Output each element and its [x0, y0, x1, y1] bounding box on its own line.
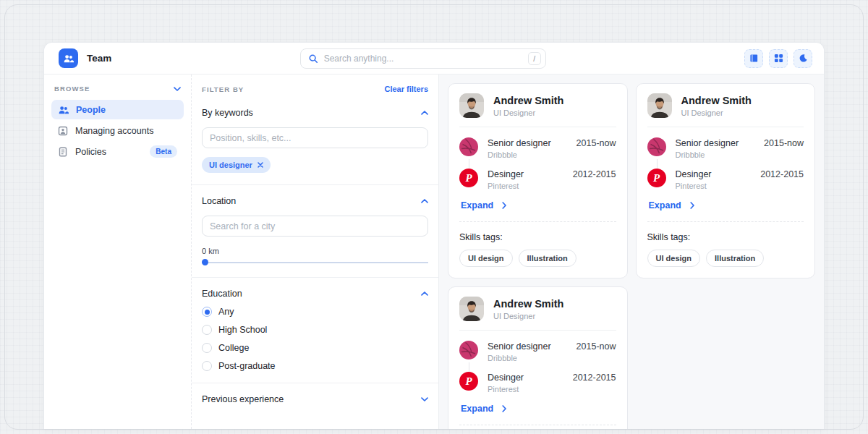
keywords-input[interactable]: [202, 127, 428, 148]
chevron-down-icon[interactable]: [421, 397, 428, 401]
person-name: Andrew Smith: [681, 95, 752, 106]
sidebar-item-managing-accounts[interactable]: Managing accounts: [51, 121, 184, 140]
browse-label: BROWSE: [54, 85, 90, 93]
radio-option-college[interactable]: College: [202, 343, 428, 353]
header-center: /: [111, 48, 744, 69]
app-logo[interactable]: [59, 48, 78, 68]
location-section-header[interactable]: Location: [202, 196, 428, 206]
experience-period: 2012-2015: [573, 373, 616, 383]
avatar: [459, 93, 484, 118]
keyword-tag-ui-designer[interactable]: UI designer: [202, 157, 271, 173]
browse-section-header[interactable]: BROWSE: [51, 83, 184, 100]
person-card[interactable]: Andrew Smith UI Designer: [448, 83, 628, 278]
skills-label: Skills tags:: [647, 232, 804, 242]
experience-period: 2015-now: [764, 138, 804, 148]
radio-selected[interactable]: [202, 307, 212, 317]
experience-company: Pinterest: [488, 182, 563, 190]
dribbble-icon: [459, 137, 478, 156]
sidebar-item-people[interactable]: People: [51, 100, 184, 119]
person-name: Andrew Smith: [493, 298, 563, 310]
radio-option-any[interactable]: Any: [202, 307, 428, 317]
dribbble-icon: [647, 137, 666, 156]
header-actions: [744, 49, 812, 68]
experience-role: Desinger: [488, 373, 563, 383]
previous-experience-section-header[interactable]: Previous experience: [202, 394, 428, 404]
chevron-down-icon[interactable]: [174, 87, 181, 91]
book-icon: [749, 54, 759, 63]
clear-filters-link[interactable]: Clear filters: [384, 85, 428, 93]
experience-period: 2015-now: [576, 138, 616, 148]
radio[interactable]: [202, 343, 212, 353]
expand-button[interactable]: Expand: [461, 404, 616, 414]
distance-slider[interactable]: [202, 259, 428, 265]
person-role: UI Designer: [681, 109, 752, 117]
docs-button[interactable]: [744, 49, 763, 68]
avatar: [459, 297, 484, 321]
sidebar: BROWSE People Managing accounts: [44, 75, 191, 429]
chevron-right-icon: [690, 202, 694, 209]
experience-company: Dribbble: [488, 354, 567, 362]
skill-chip[interactable]: UI design: [647, 250, 701, 267]
person-name: Andrew Smith: [493, 95, 563, 106]
skill-chip[interactable]: UI design: [459, 250, 513, 267]
apps-button[interactable]: [769, 49, 788, 68]
distance-value-label: 0 km: [202, 247, 428, 255]
experience-company: Pinterest: [488, 385, 563, 393]
chevron-up-icon[interactable]: [421, 111, 428, 115]
chevron-up-icon[interactable]: [421, 292, 428, 296]
experience-role: Senior designer: [488, 341, 567, 352]
sidebar-item-label: Managing accounts: [75, 126, 153, 136]
experience-role: Senior designer: [488, 138, 567, 148]
experience-row: P Desinger Pinterest 2012-2015: [459, 372, 616, 393]
radio[interactable]: [202, 325, 212, 335]
header: Team /: [44, 43, 824, 75]
radio-option-high-school[interactable]: High School: [202, 325, 428, 335]
location-label: Location: [202, 196, 236, 206]
pinterest-icon: P: [647, 169, 666, 187]
dark-mode-toggle[interactable]: [793, 49, 812, 68]
filter-header: FILTER BY Clear filters: [202, 85, 428, 93]
radio[interactable]: [202, 361, 212, 371]
slider-thumb[interactable]: [202, 259, 208, 265]
pinterest-icon: P: [459, 372, 478, 391]
filter-by-label: FILTER BY: [202, 85, 244, 93]
search-bar[interactable]: /: [300, 48, 546, 69]
account-badge-icon: [58, 126, 68, 136]
experience-period: 2012-2015: [760, 169, 804, 179]
city-search-input[interactable]: [202, 216, 428, 237]
content-area: BROWSE People Managing accounts: [44, 75, 824, 429]
education-label: Education: [202, 289, 242, 299]
sidebar-item-label: Policies: [75, 147, 106, 157]
search-icon: [308, 54, 318, 64]
distance-slider-group: 0 km: [202, 247, 428, 265]
person-card[interactable]: Andrew Smith UI Designer: [636, 83, 816, 278]
expand-button[interactable]: Expand: [649, 200, 804, 210]
experience-role: Desinger: [676, 169, 752, 179]
experience-row: P Desinger Pinterest 2012-2015: [647, 169, 804, 190]
card-divider: [459, 330, 616, 331]
radio-option-post-graduate[interactable]: Post-graduate: [202, 361, 428, 371]
education-section-header[interactable]: Education: [202, 289, 428, 299]
person-card[interactable]: Andrew Smith UI Designer: [448, 286, 628, 429]
remove-tag-icon[interactable]: [258, 162, 263, 168]
sidebar-item-label: People: [76, 105, 106, 115]
search-shortcut-key: /: [528, 52, 541, 65]
grid-icon: [774, 54, 783, 63]
skill-chip[interactable]: Illustration: [706, 250, 764, 267]
skill-chip[interactable]: Illustration: [519, 250, 576, 267]
beta-badge: Beta: [150, 145, 177, 158]
experience-row: Senior designer Dribbble 2015-now: [647, 137, 804, 159]
keywords-section-header[interactable]: By keywords: [202, 108, 428, 118]
experience-row: P Desinger Pinterest 2012-2015: [459, 169, 616, 190]
expand-button[interactable]: Expand: [461, 200, 616, 210]
app-title: Team: [87, 53, 111, 64]
results-area: Andrew Smith UI Designer: [438, 75, 824, 429]
search-input[interactable]: [324, 54, 528, 64]
avatar: [647, 93, 672, 118]
skills-label: Skills tags:: [459, 232, 616, 242]
dribbble-icon: [459, 341, 478, 359]
moon-icon: [799, 54, 808, 63]
card-dashed-divider: [647, 221, 804, 222]
sidebar-item-policies[interactable]: Policies Beta: [51, 142, 184, 161]
chevron-up-icon[interactable]: [421, 199, 428, 203]
